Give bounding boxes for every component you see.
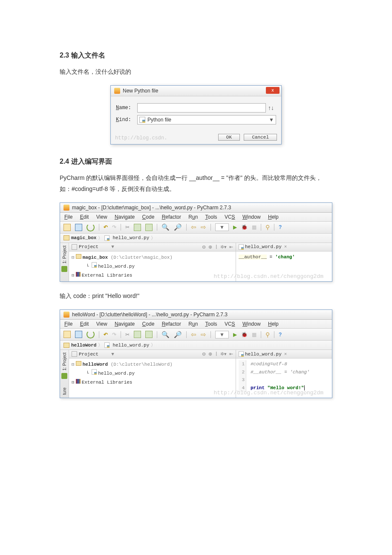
run-config-dropdown[interactable]: ▼ xyxy=(215,223,229,231)
menu-refactor[interactable]: Refactor xyxy=(162,321,181,327)
breadcrumb-root[interactable]: magic_box xyxy=(71,235,96,240)
editor-tab[interactable]: hello_word.py × xyxy=(236,350,332,358)
editor-tab[interactable]: hello_word.py × xyxy=(236,243,332,251)
menu-help[interactable]: Help xyxy=(268,214,279,220)
close-tab-icon[interactable]: × xyxy=(284,352,287,357)
paste-icon[interactable] xyxy=(145,331,153,338)
redo-icon[interactable]: ↷ xyxy=(112,332,116,338)
tree-file[interactable]: └ hello_word.py xyxy=(72,369,233,378)
project-tree: ⊟magic_box (D:\clutter\magic_box) └ hell… xyxy=(69,251,236,282)
refresh-icon[interactable] xyxy=(86,330,95,338)
close-tab-icon[interactable]: × xyxy=(284,244,287,249)
structure-tab[interactable]: ture xyxy=(62,387,67,396)
project-tab[interactable]: 1: Project xyxy=(62,245,67,264)
open-icon[interactable] xyxy=(63,331,71,338)
collapse-icon[interactable]: ⊖ xyxy=(202,351,206,357)
save-icon[interactable] xyxy=(75,331,82,338)
kind-dropdown[interactable]: Python file ▼ xyxy=(137,115,276,124)
run-icon[interactable]: ▶ xyxy=(233,332,237,338)
copy-icon[interactable] xyxy=(134,331,141,338)
debug-icon[interactable]: 🐞 xyxy=(241,332,248,338)
menu-edit[interactable]: Edit xyxy=(80,321,89,327)
structure-icon[interactable]: ⚲ xyxy=(265,224,270,231)
menu-code[interactable]: Code xyxy=(142,214,155,220)
tree-file[interactable]: └ hello_word.py xyxy=(72,262,233,271)
menu-run[interactable]: Run xyxy=(188,321,198,327)
name-input[interactable] xyxy=(137,103,266,113)
editor-content[interactable]: 1#coding=utf-8 2#__author__ = 'chang' 3 … xyxy=(236,358,332,394)
hide-icon[interactable]: ⇤ xyxy=(229,351,233,357)
gear-icon[interactable]: ✲▾ xyxy=(220,351,227,357)
find-icon[interactable]: 🔍 xyxy=(161,331,170,338)
undo-icon[interactable]: ↶ xyxy=(104,224,108,230)
open-icon[interactable] xyxy=(63,224,71,231)
replace-icon[interactable]: 🔎 xyxy=(174,331,182,338)
find-icon[interactable]: 🔍 xyxy=(161,223,170,231)
gutter-icon[interactable] xyxy=(61,266,67,272)
locate-icon[interactable]: ⊕ xyxy=(208,351,212,357)
ok-button[interactable]: OK xyxy=(218,134,240,141)
menu-code[interactable]: Code xyxy=(142,321,155,327)
structure-icon[interactable]: ⚲ xyxy=(265,331,270,338)
help-icon[interactable]: ? xyxy=(279,332,282,338)
menu-file[interactable]: File xyxy=(64,321,72,327)
refresh-icon[interactable] xyxy=(86,223,95,231)
menu-refactor[interactable]: Refactor xyxy=(162,214,181,220)
tab-filename: hello_word.py xyxy=(245,244,282,249)
close-icon[interactable]: x xyxy=(266,87,280,94)
menu-help[interactable]: Help xyxy=(268,321,279,327)
coverage-icon[interactable]: ▦ xyxy=(252,332,257,338)
forward-icon[interactable]: ⇨ xyxy=(201,331,206,338)
collapse-icon[interactable]: ⊖ xyxy=(202,244,206,250)
gutter-icon[interactable] xyxy=(61,373,67,379)
menu-navigate[interactable]: Navigate xyxy=(115,214,135,220)
menu-vcs[interactable]: VCS xyxy=(225,214,235,220)
menu-run[interactable]: Run xyxy=(188,214,198,220)
menu-edit[interactable]: Edit xyxy=(80,214,89,220)
forward-icon[interactable]: ⇨ xyxy=(201,223,206,231)
menu-view[interactable]: View xyxy=(96,321,107,327)
replace-icon[interactable]: 🔎 xyxy=(174,223,182,231)
run-icon[interactable]: ▶ xyxy=(233,224,237,230)
locate-icon[interactable]: ⊕ xyxy=(208,244,212,250)
menu-window[interactable]: Window xyxy=(242,214,261,220)
chevron-down-icon[interactable]: ▼ xyxy=(111,352,114,357)
app-icon xyxy=(114,88,120,94)
paste-icon[interactable] xyxy=(145,224,153,231)
updown-icon[interactable]: ↑↓ xyxy=(266,104,276,111)
breadcrumb-file[interactable]: hello_word.py xyxy=(112,235,149,240)
breadcrumb-root[interactable]: helloWord xyxy=(71,343,96,348)
breadcrumb-file[interactable]: hello_word.py xyxy=(112,343,149,348)
cancel-button[interactable]: Cancel xyxy=(244,134,277,141)
cut-icon[interactable]: ✂ xyxy=(125,332,130,338)
tree-root[interactable]: ⊟helloWord (D:\clutter\helloWord) xyxy=(72,360,233,369)
copy-icon[interactable] xyxy=(134,224,141,231)
menu-vcs[interactable]: VCS xyxy=(225,321,235,327)
tree-root[interactable]: ⊟magic_box (D:\clutter\magic_box) xyxy=(72,253,233,262)
tree-ext[interactable]: ⊞External Libraries xyxy=(72,378,233,387)
back-icon[interactable]: ⇦ xyxy=(191,331,196,338)
project-label[interactable]: Project xyxy=(79,244,98,249)
debug-icon[interactable]: 🐞 xyxy=(241,224,248,230)
help-icon[interactable]: ? xyxy=(279,224,282,230)
hide-icon[interactable]: ⇤ xyxy=(229,244,233,250)
redo-icon[interactable]: ↷ xyxy=(112,224,116,230)
menu-tools[interactable]: Tools xyxy=(205,321,217,327)
run-config-dropdown[interactable]: ▼ xyxy=(215,331,229,338)
menu-navigate[interactable]: Navigate xyxy=(115,321,135,327)
chevron-down-icon[interactable]: ▼ xyxy=(111,244,114,249)
project-tab[interactable]: 1: Project xyxy=(62,352,67,371)
project-label[interactable]: Project xyxy=(79,352,98,357)
cut-icon[interactable]: ✂ xyxy=(125,224,130,230)
undo-icon[interactable]: ↶ xyxy=(104,332,108,338)
save-icon[interactable] xyxy=(75,224,82,231)
gear-icon[interactable]: ✲▾ xyxy=(220,244,227,250)
tree-ext[interactable]: ⊞External Libraries xyxy=(72,271,233,280)
menu-window[interactable]: Window xyxy=(242,321,261,327)
editor-content[interactable]: __author__ = 'chang' xyxy=(236,251,332,263)
menu-view[interactable]: View xyxy=(96,214,107,220)
coverage-icon[interactable]: ▦ xyxy=(252,224,257,230)
menu-file[interactable]: File xyxy=(64,214,72,220)
menu-tools[interactable]: Tools xyxy=(205,214,217,220)
back-icon[interactable]: ⇦ xyxy=(191,223,196,231)
